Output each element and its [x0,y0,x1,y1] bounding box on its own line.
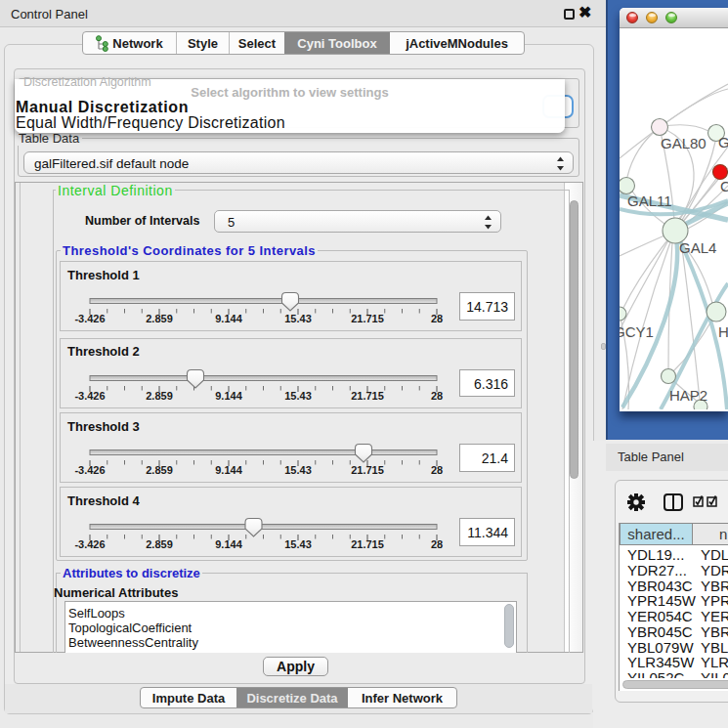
svg-text:H: H [718,323,728,340]
svg-text:C: C [720,178,728,194]
svg-text:GCY1: GCY1 [620,323,654,340]
svg-text:G.: G. [718,134,728,150]
svg-text:HAP2: HAP2 [669,387,707,404]
svg-text:GAL80: GAL80 [661,135,707,151]
svg-text:GAL4: GAL4 [679,239,716,256]
svg-text:GAL11: GAL11 [627,193,672,209]
